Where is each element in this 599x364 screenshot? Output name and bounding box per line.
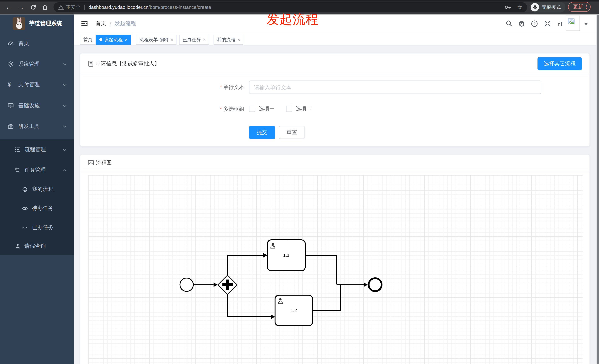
apply-card-header: 申请信息【测试多审批人】 选择其它流程 [80,53,589,74]
tags-view: 首页 发起流程 × 流程表单-编辑 × 已办任务 × 我的流程 × [74,33,599,45]
eye-closed-icon [22,224,28,230]
active-dot [99,38,103,41]
broken-image-icon [567,17,575,25]
header-github-button[interactable] [515,15,528,33]
task-label: 1.2 [291,308,297,313]
browser-reload-button[interactable] [28,2,38,12]
key-icon[interactable] [505,5,512,10]
tab-close-icon[interactable]: × [171,35,173,44]
flow-card-title-wrap: 流程图 [88,159,112,166]
github-icon [518,20,525,27]
sidebar-item-my-process[interactable]: 我的流程 [0,180,74,199]
app-logo-row[interactable]: 芋道管理系统 [0,15,74,33]
tab-label: 流程表单-编辑 [140,35,168,44]
tab-home[interactable]: 首页 [80,35,96,45]
bpmn-diagram: 1.1 1.2 [88,175,582,364]
tab-done-tasks[interactable]: 已办任务 × [179,35,209,45]
tab-start-process[interactable]: 发起流程 × [96,35,131,45]
person-icon [15,243,21,249]
sidebar-item-payment[interactable]: ¥ 支付管理 [0,74,74,95]
sidebar-item-todo-tasks[interactable]: 待办任务 [0,199,74,218]
arrowhead [271,314,275,319]
sidebar-item-task-mgmt[interactable]: 任务管理 [0,160,74,180]
dashboard-icon [8,40,14,47]
list-icon [15,147,21,153]
tab-process-form-edit[interactable]: 流程表单-编辑 × [136,35,177,45]
not-secure-warning-icon [58,5,64,10]
checkbox-label: 选项一 [259,105,275,112]
scrollbar-thumb[interactable] [597,15,599,364]
end-event[interactable] [369,278,381,291]
user-avatar[interactable] [566,16,580,31]
browser-menu-icon[interactable] [586,4,587,10]
parallel-gateway[interactable] [218,275,237,294]
tab-close-icon[interactable]: × [125,35,127,44]
sidebar-item-system[interactable]: 系统管理 [0,54,74,75]
sidebar-item-leave-query[interactable]: 请假查询 [0,237,74,255]
sequence-flow-task1-join [305,255,337,284]
browser-back-button[interactable]: ← [4,2,14,12]
flow-card-header: 流程图 [80,154,589,171]
required-mark: * [220,106,222,112]
tab-label: 已办任务 [183,35,201,44]
checkbox-option-1[interactable]: 选项一 [249,105,275,112]
browser-forward-button[interactable]: → [16,2,26,12]
image-icon [88,160,94,166]
sidebar-item-process-mgmt[interactable]: 流程管理 [0,139,74,160]
sidebar-item-done-tasks[interactable]: 已办任务 [0,218,74,237]
submit-button[interactable]: 提交 [249,126,275,139]
apply-info-card: 申请信息【测试多审批人】 选择其它流程 *单行文本 *多选框组 选项一 选项 [80,53,590,147]
arrowhead [364,282,368,287]
tab-close-icon[interactable]: × [203,35,206,44]
tab-label: 首页 [83,35,93,44]
header-search-button[interactable] [503,15,515,33]
header-help-button[interactable]: ? [528,15,540,33]
monitor-icon [8,103,14,109]
single-line-text-input[interactable] [249,80,541,94]
choose-other-process-button[interactable]: 选择其它流程 [537,57,582,70]
sidebar-item-devtools[interactable]: 研发工具 [0,116,74,137]
urlbar-divider [84,5,85,10]
browser-home-button[interactable] [40,2,50,12]
sidebar-item-home[interactable]: 首页 [0,33,74,54]
avatar-caret-icon[interactable] [584,23,588,25]
sequence-flow-start-gateway [194,282,218,287]
user-task-1-1[interactable]: 1.1 [267,240,305,271]
breadcrumb-separator: / [110,20,111,26]
sidebar-item-infrastructure[interactable]: 基础设施 [0,95,74,116]
tab-close-icon[interactable]: × [238,35,240,44]
sidebar-item-label: 待办任务 [32,205,53,212]
header-fullscreen-button[interactable] [541,15,554,33]
toolbox-icon [8,123,14,129]
chevron-down-icon [63,124,67,128]
user-task-1-2[interactable]: 1.2 [275,295,313,326]
sidebar-collapse-button[interactable] [78,15,90,33]
sidebar-item-label: 支付管理 [18,81,40,88]
app-logo-avatar [13,17,25,30]
bpmn-canvas[interactable]: 1.1 1.2 [88,175,582,364]
yen-icon: ¥ [8,82,14,88]
checkbox-option-2[interactable]: 选项二 [286,105,312,112]
search-icon [505,20,512,27]
header-fontsize-button[interactable]: TT [554,15,566,33]
robot-face-icon [22,186,28,192]
start-event[interactable] [180,278,193,291]
fullscreen-icon [544,20,551,27]
sequence-flow-gateway-task2 [228,294,275,319]
apply-card-title: 申请信息【测试多审批人】 [96,60,160,67]
required-mark: * [220,84,222,90]
tab-my-process[interactable]: 我的流程 × [214,35,244,45]
sidebar-item-label: 流程管理 [24,146,46,153]
browser-update-button[interactable]: 更新 [568,2,590,12]
tree-icon [15,167,21,173]
task-label: 1.1 [283,253,289,258]
reset-button[interactable]: 重置 [279,126,305,139]
sidebar-item-label: 已办任务 [32,224,53,231]
checkbox-icon[interactable] [286,106,292,112]
checkbox-icon[interactable] [249,106,255,112]
address-bar[interactable]: 不安全 dashboard.yudao.iocoder.cn/bpm/proce… [53,2,527,12]
flow-card-title: 流程图 [96,159,112,166]
breadcrumb-home[interactable]: 首页 [96,20,106,27]
bookmark-star-icon[interactable]: ☆ [517,4,523,10]
page-scrollbar[interactable] [596,15,599,364]
